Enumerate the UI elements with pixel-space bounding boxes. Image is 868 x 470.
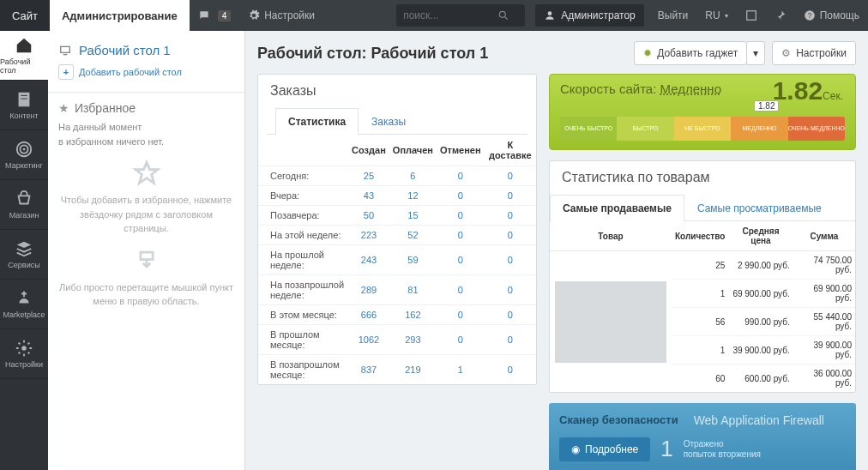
speed-widget: Скорость сайта: Медленно 1.82Сек. 1.82 О… [549,74,856,150]
desk-title[interactable]: Рабочий стол 1 [58,43,234,57]
table-row: Вчера:431200 [258,186,536,206]
plus-icon: + [58,64,74,80]
top-settings[interactable]: Настройки [239,0,323,31]
product-stats-title: Статистика по товарам [550,161,855,194]
table-row: 252 990.00 руб.74 750.00 руб. [550,251,855,280]
add-desk[interactable]: +Добавить рабочий стол [58,64,234,80]
tab-most-viewed[interactable]: Самые просматриваемые [684,195,835,221]
lang-switch[interactable]: RU ▾ [696,0,736,31]
logout[interactable]: Выйти [649,0,697,31]
orders-widget: Заказы Статистика Заказы СозданОплаченОт… [257,74,537,385]
tab-best-sellers[interactable]: Самые продаваемые [550,195,684,221]
table-row: На этой неделе:2235200 [258,226,536,245]
topbar: Сайт Администрирование 4 Настройки Админ… [0,0,868,31]
user-label: Администратор [561,9,636,21]
drag-icon [132,246,161,275]
left-rail: Рабочий стол Контент Маркетинг Магазин С… [0,31,48,470]
favorites-hint-drag: Либо просто перетащите мышкой пункт меню… [58,280,234,309]
sparkle-icon: ✹ [643,47,652,59]
favorites-empty: На данный моментв избранном ничего нет. [58,120,234,148]
monitor-icon [58,45,72,57]
help-label: Помощь [820,9,859,21]
rail-desktop[interactable]: Рабочий стол [0,31,48,81]
speed-gauge: ОЧЕНЬ БЫСТРО БЫСТРО НЕ БЫСТРО МЕДЛЕННО О… [560,117,845,141]
rail-shop[interactable]: Магазин [0,180,48,230]
svg-point-2 [548,11,552,15]
page-title: Рабочий стол: Рабочий стол 1 [257,45,634,63]
product-table: ТоварКоличествоСредняя ценаСумма 252 990… [550,221,855,392]
svg-point-12 [21,346,27,351]
tab-orders[interactable]: Заказы [359,108,419,135]
scanner-widget: Сканер безопасности Web Application Fire… [549,403,856,470]
rail-services[interactable]: Сервисы [0,230,48,280]
svg-rect-6 [19,93,30,107]
gear-icon [248,9,260,21]
svg-rect-3 [746,11,756,21]
search-input[interactable] [403,9,497,21]
notif-count: 4 [218,10,232,21]
add-gadget-dropdown[interactable]: ▾ [746,41,765,65]
star-outline-icon [132,159,161,188]
info-icon: ◉ [571,443,580,455]
svg-point-0 [500,11,506,17]
speed-marker: 1.82 [754,100,779,111]
pin-icon[interactable] [766,0,795,31]
user-icon [544,9,556,21]
add-gadget-button[interactable]: ✹ Добавить гаджет [634,41,747,65]
rail-marketing[interactable]: Маркетинг [0,130,48,180]
table-row: На прошлой неделе:2435900 [258,245,536,275]
orders-table: СозданОплаченОтмененК доставке Сегодня:2… [258,135,536,384]
table-row: В этом месяце:66616200 [258,305,536,325]
product-image-placeholder [555,281,666,363]
favorites-hint-star: Чтобы добавить в избранное, нажмите звёз… [58,193,234,236]
table-row: В прошлом месяце:106229300 [258,325,536,355]
layout-icon[interactable] [737,0,766,31]
speed-value: 1.82Сек. [773,76,843,105]
rail-marketplace[interactable]: Marketplace [0,280,48,329]
page-head: Рабочий стол: Рабочий стол 1 ✹ Добавить … [257,41,856,65]
rail-settings[interactable]: Настройки [0,329,48,379]
help-icon: ? [804,9,816,21]
svg-text:?: ? [807,12,811,20]
tab-statistics[interactable]: Статистика [275,108,359,135]
table-row: На позапрошлой неделе:2898100 [258,275,536,305]
star-icon: ★ [58,101,69,115]
main: Рабочий стол: Рабочий стол 1 ✹ Добавить … [245,31,868,470]
svg-line-1 [505,17,508,20]
scanner-sub: Отраженопопыток вторжения [684,439,761,460]
orders-title: Заказы [258,75,536,107]
svg-rect-13 [61,46,70,52]
speed-link[interactable]: Медленно [660,81,721,96]
notifications[interactable]: 4 [190,0,240,31]
scanner-more-button[interactable]: ◉ Подробнее [559,437,650,461]
user-menu[interactable]: Администратор [535,4,644,27]
rail-content[interactable]: Контент [0,81,48,130]
tab-site[interactable]: Сайт [0,0,50,31]
table-row: Позавчера:501500 [258,206,536,226]
svg-point-11 [23,148,26,151]
favorites-head: ★ Избранное [58,101,234,115]
product-stats-widget: Статистика по товарам Самые продаваемые … [549,160,856,393]
gear-icon: ⚙ [781,47,791,59]
search-icon [497,9,509,21]
chat-icon [198,9,210,21]
tab-admin[interactable]: Администрирование [50,0,190,31]
scanner-title: Сканер безопасности [559,413,678,427]
table-row: В позапрошлом месяце:83721910 [258,355,536,385]
help[interactable]: ? Помощь [795,0,868,31]
scanner-waf: Web Application Firewall [694,413,824,427]
scanner-count: 1 [660,436,672,462]
favorites-panel: Рабочий стол 1 +Добавить рабочий стол ★ … [48,31,245,470]
table-row: Сегодня:25600 [258,166,536,186]
top-settings-label: Настройки [264,9,315,21]
page-settings-button[interactable]: ⚙ Настройки [772,41,856,65]
search-box[interactable] [396,4,525,27]
svg-rect-15 [140,252,152,260]
